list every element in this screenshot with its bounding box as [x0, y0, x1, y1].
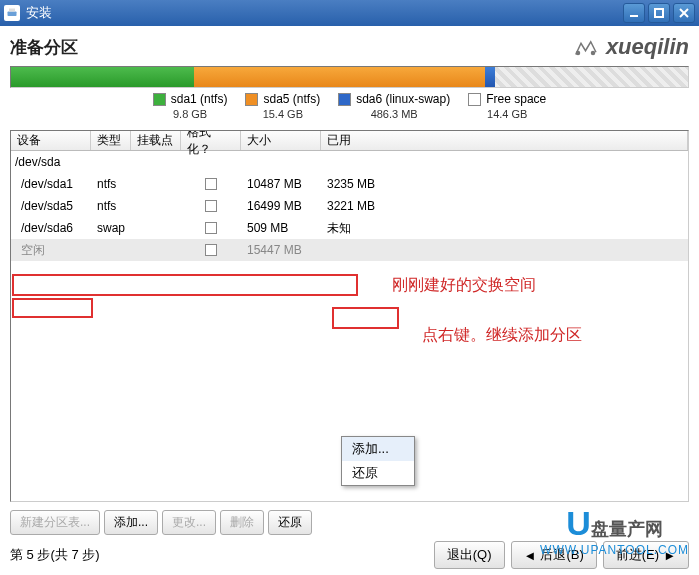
- table-row[interactable]: /dev/sda6 swap 509 MB 未知: [11, 217, 688, 239]
- col-format[interactable]: 格式化？: [181, 131, 241, 150]
- brand-watermark: xueqilin: [572, 34, 689, 60]
- table-header: 设备 类型 挂载点 格式化？ 大小 已用: [11, 131, 688, 151]
- table-row[interactable]: 空闲 15447 MB: [11, 239, 688, 261]
- bar-segment[interactable]: [485, 67, 495, 87]
- format-checkbox[interactable]: [205, 244, 217, 256]
- minimize-button[interactable]: [623, 3, 645, 23]
- bar-segment[interactable]: [11, 67, 194, 87]
- format-checkbox[interactable]: [205, 178, 217, 190]
- context-menu: 添加... 还原: [341, 436, 415, 486]
- table-row[interactable]: /dev/sda1 ntfs 10487 MB 3235 MB: [11, 173, 688, 195]
- partition-legend: sda1 (ntfs)9.8 GBsda5 (ntfs)15.4 GBsda6 …: [10, 92, 689, 120]
- col-used[interactable]: 已用: [321, 131, 688, 150]
- format-checkbox[interactable]: [205, 200, 217, 212]
- legend-item: sda5 (ntfs)15.4 GB: [245, 92, 320, 120]
- table-row[interactable]: /dev/sda5 ntfs 16499 MB 3221 MB: [11, 195, 688, 217]
- col-size[interactable]: 大小: [241, 131, 321, 150]
- annotation-swap: 刚刚建好的交换空间: [392, 275, 536, 296]
- svg-rect-1: [9, 9, 15, 12]
- annotation-add: 点右键。继续添加分区: [422, 325, 582, 346]
- legend-item: Free space14.4 GB: [468, 92, 546, 120]
- context-add[interactable]: 添加...: [342, 437, 414, 461]
- restore-button[interactable]: 还原: [268, 510, 312, 535]
- add-button[interactable]: 添加...: [104, 510, 158, 535]
- table-row[interactable]: /dev/sda: [11, 151, 688, 173]
- bar-segment[interactable]: [495, 67, 688, 87]
- col-type[interactable]: 类型: [91, 131, 131, 150]
- step-label: 第 5 步(共 7 步): [10, 546, 100, 564]
- titlebar: 安装: [0, 0, 699, 26]
- col-device[interactable]: 设备: [11, 131, 91, 150]
- window-title: 安装: [26, 4, 623, 22]
- svg-point-6: [576, 51, 581, 56]
- edit-button[interactable]: 更改...: [162, 510, 216, 535]
- svg-rect-0: [8, 12, 17, 17]
- page-title: 准备分区: [10, 36, 78, 59]
- svg-rect-3: [655, 9, 663, 17]
- legend-item: sda1 (ntfs)9.8 GB: [153, 92, 228, 120]
- delete-button[interactable]: 删除: [220, 510, 264, 535]
- forward-button[interactable]: 前进(E) ►: [603, 541, 689, 569]
- back-button[interactable]: ◄ 后退(B): [511, 541, 597, 569]
- app-icon: [4, 5, 20, 21]
- legend-item: sda6 (linux-swap)486.3 MB: [338, 92, 450, 120]
- format-checkbox[interactable]: [205, 222, 217, 234]
- col-mount[interactable]: 挂载点: [131, 131, 181, 150]
- context-restore[interactable]: 还原: [342, 461, 414, 485]
- close-button[interactable]: [673, 3, 695, 23]
- partition-table: 设备 类型 挂载点 格式化？ 大小 已用 /dev/sda/dev/sda1 n…: [10, 130, 689, 502]
- maximize-button[interactable]: [648, 3, 670, 23]
- partition-bar: [10, 66, 689, 88]
- quit-button[interactable]: 退出(Q): [434, 541, 505, 569]
- new-table-button[interactable]: 新建分区表...: [10, 510, 100, 535]
- bar-segment[interactable]: [194, 67, 485, 87]
- svg-point-7: [591, 51, 596, 56]
